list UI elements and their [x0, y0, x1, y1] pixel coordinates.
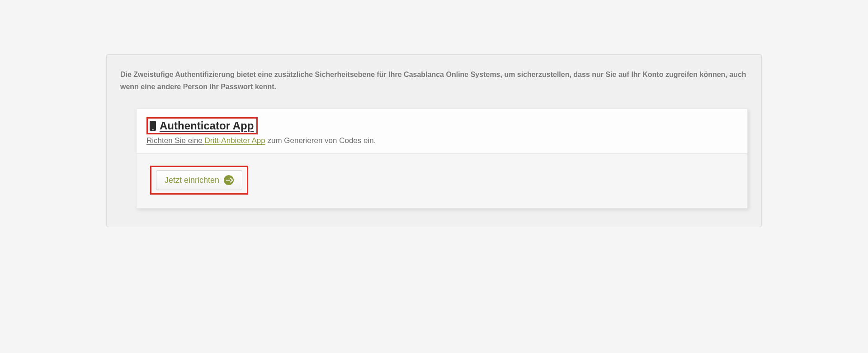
- card-title: Authenticator App: [160, 119, 254, 132]
- phone-icon: [150, 121, 156, 131]
- arrow-right-circle-icon: [224, 175, 234, 185]
- authenticator-card: Authenticator App Richten Sie eine Dritt…: [136, 109, 748, 209]
- card-header: Authenticator App Richten Sie eine Dritt…: [137, 109, 747, 154]
- setup-button-label: Jetzt einrichten: [165, 176, 219, 185]
- two-factor-panel: Die Zweistufige Authentifizierung bietet…: [106, 54, 762, 227]
- subtext-suffix: zum Generieren von Codes ein.: [265, 136, 376, 145]
- subtext-accent: Dritt-Anbieter App: [205, 136, 265, 145]
- card-subtext: Richten Sie eine Dritt-Anbieter App zum …: [146, 136, 737, 145]
- panel-description: Die Zweistufige Authentifizierung bietet…: [120, 68, 748, 93]
- card-title-highlight: Authenticator App: [146, 117, 258, 134]
- setup-now-button[interactable]: Jetzt einrichten: [156, 170, 242, 190]
- setup-button-highlight: Jetzt einrichten: [150, 166, 248, 195]
- subtext-prefix: Richten Sie eine: [146, 136, 205, 145]
- card-body: Jetzt einrichten: [137, 154, 747, 208]
